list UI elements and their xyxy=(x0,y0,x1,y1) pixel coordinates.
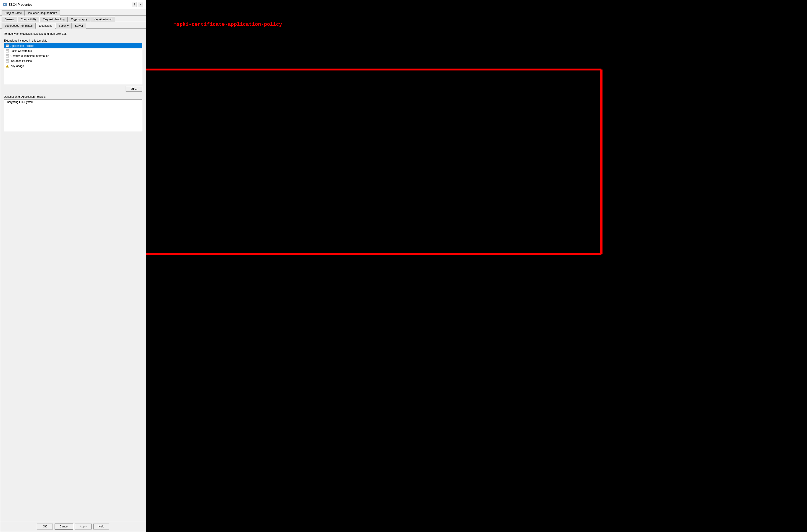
tab-general[interactable]: General xyxy=(2,17,17,22)
edit-btn-row: Edit... xyxy=(4,86,142,92)
listbox-item-cert-template-info[interactable]: Certificate Template Information xyxy=(4,53,142,58)
tabs-container: Subject Name Issuance Requirements Gener… xyxy=(0,9,146,28)
svg-rect-12 xyxy=(6,60,9,62)
svg-rect-4 xyxy=(6,50,9,52)
dialog-body: To modify an extension, select it, and t… xyxy=(0,28,146,521)
help-footer-button[interactable]: Help xyxy=(93,524,109,530)
extensions-listbox[interactable]: Application Policies Basic Constraints xyxy=(4,43,142,84)
annotation-area: mspki-certificate-application-policy xyxy=(146,0,807,532)
annotation-label: mspki-certificate-application-policy xyxy=(174,22,282,27)
doc-icon-cert-template-info xyxy=(5,54,9,58)
tab-security[interactable]: Security xyxy=(56,23,72,28)
close-button[interactable]: ✕ xyxy=(138,2,143,7)
tab-superseded-templates[interactable]: Superseded Templates xyxy=(2,23,36,28)
doc-icon-application-policies xyxy=(5,44,9,48)
description-label: Description of Application Policies: xyxy=(4,95,142,98)
tab-cryptography[interactable]: Cryptography xyxy=(68,17,91,22)
listbox-item-basic-constraints[interactable]: Basic Constraints xyxy=(4,49,142,53)
svg-rect-0 xyxy=(6,44,9,47)
listbox-label-application-policies: Application Policies xyxy=(11,44,34,48)
description-textarea[interactable]: Encrypting File System xyxy=(4,99,142,131)
dialog-icon: ■ xyxy=(3,3,7,6)
listbox-item-application-policies[interactable]: Application Policies xyxy=(4,43,142,49)
svg-rect-8 xyxy=(6,55,9,57)
tab-extensions[interactable]: Extensions xyxy=(36,23,56,28)
tab-compatibility[interactable]: Compatibility xyxy=(18,17,39,22)
tab-request-handling[interactable]: Request Handling xyxy=(40,17,68,22)
tab-server[interactable]: Server xyxy=(72,23,86,28)
help-button[interactable]: ? xyxy=(132,2,137,7)
listbox-label-key-usage: Key Usage xyxy=(11,64,24,68)
dialog-footer: OK Cancel Apply Help xyxy=(0,521,146,532)
page-wrapper: ■ ESC4 Properties ? ✕ Subject Name Issua… xyxy=(0,0,807,532)
tab-issuance-requirements[interactable]: Issuance Requirements xyxy=(25,10,60,16)
tab-row-3: Superseded Templates Extensions Security… xyxy=(0,22,146,28)
svg-text:!: ! xyxy=(7,65,8,68)
tab-row-2: General Compatibility Request Handling C… xyxy=(0,16,146,22)
warning-icon-key-usage: ! xyxy=(5,64,9,68)
listbox-label-cert-template-info: Certificate Template Information xyxy=(11,54,49,58)
tab-row-1: Subject Name Issuance Requirements xyxy=(0,9,146,16)
annotation-svg xyxy=(146,0,807,532)
doc-icon-issuance-policies xyxy=(5,59,9,63)
instruction-text: To modify an extension, select it, and t… xyxy=(4,32,142,35)
title-bar: ■ ESC4 Properties ? ✕ xyxy=(0,0,146,9)
ok-button[interactable]: OK xyxy=(37,524,53,530)
dialog-title: ESC4 Properties xyxy=(8,3,32,6)
description-section: Description of Application Policies: Enc… xyxy=(4,95,142,132)
listbox-item-key-usage[interactable]: ! Key Usage xyxy=(4,63,142,69)
listbox-item-issuance-policies[interactable]: Issuance Policies xyxy=(4,58,142,63)
listbox-label-issuance-policies: Issuance Policies xyxy=(11,59,32,62)
extensions-label: Extensions included in this template: xyxy=(4,39,142,42)
dialog: ■ ESC4 Properties ? ✕ Subject Name Issua… xyxy=(0,0,146,532)
apply-button[interactable]: Apply xyxy=(75,524,92,530)
cancel-button[interactable]: Cancel xyxy=(55,524,73,530)
tab-subject-name[interactable]: Subject Name xyxy=(2,10,25,16)
doc-icon-basic-constraints xyxy=(5,49,9,53)
listbox-label-basic-constraints: Basic Constraints xyxy=(11,49,32,53)
edit-button[interactable]: Edit... xyxy=(126,86,142,92)
tab-key-attestation[interactable]: Key Attestation xyxy=(91,17,115,22)
